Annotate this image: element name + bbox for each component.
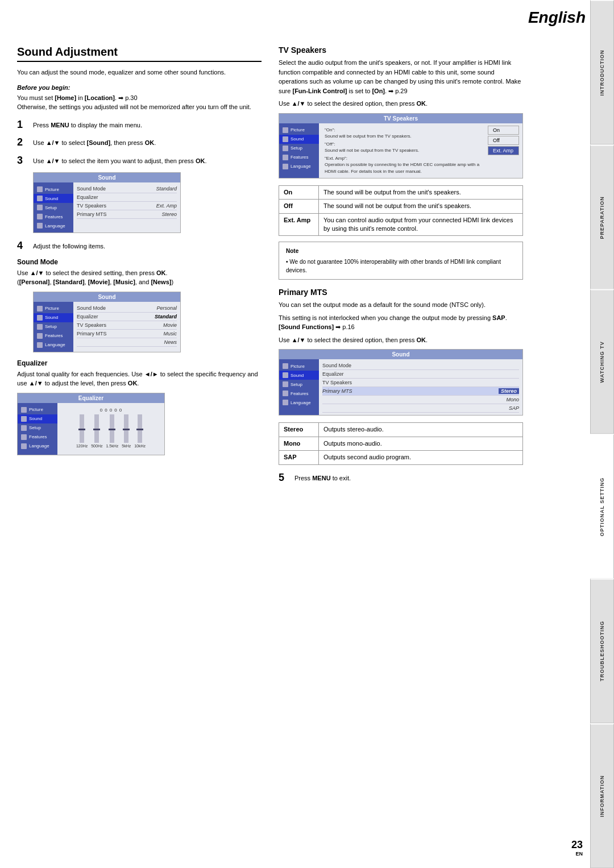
eq-bars-area: 0 0 0 0 0 120Hz (57, 403, 164, 455)
intro-text: You can adjust the sound mode, equalizer… (17, 68, 262, 77)
equalizer-text: Adjust tonal quality for each frequencie… (17, 369, 262, 388)
nav5-picture: Picture (279, 362, 319, 371)
sm-row-tvspeakers: TV Speakers Movie (77, 321, 177, 330)
section-title: Sound Adjustment (17, 45, 262, 62)
sound-mode-menu-nav: Picture Sound Setup (34, 302, 73, 352)
language-icon (37, 223, 43, 229)
language-header: English (528, 9, 586, 27)
menu-row-equalizer: Equalizer (77, 193, 177, 202)
eq-menu-title: Equalizer (18, 393, 164, 403)
nav5-setup: Setup (279, 380, 319, 389)
eq-bar-5khz: 5kHz (122, 414, 131, 448)
primary-mts-menu-content: Sound Mode Equalizer TV Speakers (319, 359, 522, 415)
primary-mts-nav: Picture Sound Setup (279, 359, 319, 415)
sound-icon (37, 196, 43, 201)
step-4: 4 Adjust the following items. (17, 240, 262, 252)
menu-row-primarymts: Primary MTS Stereo (77, 210, 177, 219)
setup5-icon (283, 381, 288, 387)
language4-icon (283, 164, 288, 169)
note-bullet: We do not guarantee 100% interoperabilit… (286, 258, 516, 275)
step-5-text: Press MENU to exit. (294, 472, 351, 483)
pm-sap-row: SAP Outputs second audio program. (279, 451, 523, 464)
language5-icon (283, 400, 288, 405)
setup4-icon (283, 146, 288, 151)
note-box: Note We do not guarantee 100% interopera… (279, 242, 523, 280)
pm-row-equalizer: Equalizer (322, 370, 519, 379)
tv-speakers-off-row: Off The sound will not be output from th… (279, 200, 523, 213)
pm-row-sap: SAP (322, 404, 519, 413)
eq-bars: 120Hz 500Hz 1.5kHz (76, 414, 146, 448)
picture5-icon (283, 363, 288, 369)
nav4-setup: Setup (279, 144, 319, 153)
eq-bar-1500hz: 1.5kHz (106, 414, 118, 448)
tv-speakers-extamp-text: You can control audio output from your c… (319, 213, 523, 236)
sound-menu-screenshot: Sound Picture Sound (33, 172, 181, 233)
tv-speakers-on-row: On The sound will be output from the uni… (279, 185, 523, 199)
nav4-picture: Picture (279, 126, 319, 135)
step-1: 1 Press MENU to display the main menu. (17, 119, 262, 131)
pm-row-primarymts: Primary MTS Stereo (322, 387, 519, 396)
tv-speakers-menu-content: "On":Sound will be output from the TV sp… (319, 123, 522, 178)
setup2-icon (37, 324, 43, 330)
sm-row-news: News (77, 338, 177, 347)
tv-speakers-on-label: On (279, 185, 319, 199)
tab-introduction[interactable]: INTRODUCTION (590, 0, 614, 145)
sm-row-primarymts: Primary MTS Music (77, 330, 177, 338)
pm-stereo-text: Outputs stereo-audio. (319, 423, 523, 437)
tab-optional-setting[interactable]: OPTIONAL SETTING (590, 434, 614, 579)
nav-picture: Picture (34, 185, 73, 194)
tab-information[interactable]: INFORMATION (590, 724, 614, 869)
nav5-features: Features (279, 389, 319, 398)
pm-row-soundmode: Sound Mode (322, 362, 519, 370)
tv-speakers-instruction: Use ▲/▼ to select the desired option, th… (279, 99, 523, 109)
sound-menu-title: Sound (34, 173, 180, 182)
nav5-language: Language (279, 398, 319, 407)
before-begin-text: You must set [Home] in [Location]. ➡ p.3… (17, 93, 262, 112)
pm-mono-text: Outputs mono-audio. (319, 437, 523, 450)
sound3-icon (21, 416, 27, 422)
tv-speakers-on-text: The sound will be output from the unit's… (319, 185, 523, 199)
primary-mts-table: Stereo Outputs stereo-audio. Mono Output… (279, 422, 523, 464)
nav2-sound: Sound (34, 313, 73, 322)
equalizer-title: Equalizer (17, 359, 262, 367)
primary-mts-instruction: Use ▲/▼ to select the desired option, th… (279, 335, 523, 345)
sound5-icon (283, 372, 288, 378)
tv-speakers-off-label: Off (279, 200, 319, 213)
sound-mode-title: Sound Mode (17, 258, 262, 266)
step-2: 2 Use ▲/▼ to select [Sound], then press … (17, 136, 262, 149)
step-3-number: 3 (17, 155, 28, 167)
nav-sound: Sound (34, 194, 73, 203)
sound-mode-text: Use ▲/▼ to select the desired setting, t… (17, 268, 262, 287)
primary-mts-title: Primary MTS (279, 288, 523, 297)
nav3-features: Features (18, 433, 57, 442)
nav2-language: Language (34, 340, 73, 350)
features-icon (37, 214, 43, 219)
nav2-setup: Setup (34, 322, 73, 331)
sound-mode-menu-screenshot: Sound Picture Sound (33, 292, 181, 352)
picture4-icon (283, 127, 288, 133)
nav3-sound: Sound (18, 414, 57, 423)
pm-stereo-label: Stereo (279, 423, 319, 437)
features5-icon (283, 391, 288, 396)
pm-row-mono: Mono (322, 396, 519, 404)
pm-mono-label: Mono (279, 437, 319, 450)
tv-speakers-nav: Picture Sound Setup (279, 123, 319, 178)
tv-speakers-menu-title: TV Speakers (279, 114, 522, 123)
tab-preparation[interactable]: PREPARATION (590, 145, 614, 290)
step-4-text: Adjust the following items. (33, 240, 105, 251)
primary-mts-section: Primary MTS You can set the output mode … (279, 288, 523, 464)
tv-speakers-table: On The sound will be output from the uni… (279, 185, 523, 236)
setup-icon (37, 205, 43, 210)
tv-speakers-intro: Select the audio output from the unit's … (279, 58, 523, 95)
note-label: Note (286, 247, 516, 255)
tab-troubleshooting[interactable]: TROUBLESHOOTING (590, 579, 614, 724)
eq-bar-120hz: 120Hz (76, 414, 88, 448)
tab-watching-tv[interactable]: WATCHING TV (590, 289, 614, 434)
nav3-language: Language (18, 442, 57, 451)
eq-bar-10khz: 10kHz (134, 414, 146, 448)
pm-sap-label: SAP (279, 451, 319, 464)
tv-speakers-off-text: The sound will not be output from the un… (319, 200, 523, 213)
page-number: 23 EN (571, 839, 583, 857)
eq-menu-nav: Picture Sound Setup (18, 403, 57, 455)
menu-row-tvspeakers: TV Speakers Ext. Amp (77, 202, 177, 210)
